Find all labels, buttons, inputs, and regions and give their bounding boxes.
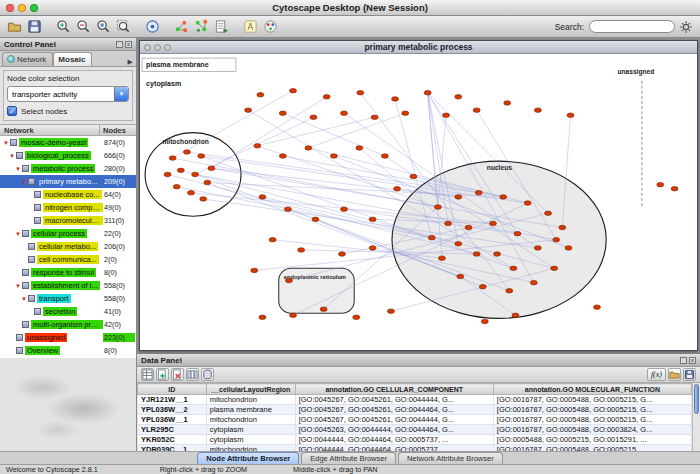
col-header-id[interactable]: ID bbox=[138, 384, 207, 395]
graph-node[interactable] bbox=[257, 93, 264, 97]
graph-node[interactable] bbox=[341, 207, 348, 211]
tree-row[interactable]: ▼biological_process666(0) bbox=[0, 149, 136, 162]
graph-node[interactable] bbox=[371, 115, 378, 119]
trash-icon[interactable] bbox=[201, 368, 214, 381]
graph-node[interactable] bbox=[177, 168, 184, 172]
table-cell[interactable]: [GO:0044444, GO:0044464, GO:0005737, ... bbox=[295, 435, 493, 445]
graph-node[interactable] bbox=[357, 91, 364, 95]
graph-node[interactable] bbox=[183, 150, 190, 154]
graph-node[interactable] bbox=[473, 108, 480, 112]
float-panel-icon[interactable] bbox=[116, 41, 123, 48]
graph-node[interactable] bbox=[290, 313, 297, 317]
tab-mosaic[interactable]: Mosaic bbox=[53, 52, 92, 66]
table-scrollbar[interactable] bbox=[692, 383, 700, 451]
expand-triangle-icon[interactable]: ▼ bbox=[14, 166, 22, 172]
graph-node[interactable] bbox=[369, 246, 376, 250]
col-header-cellular-component[interactable]: annotation.GO CELLULAR_COMPONENT bbox=[295, 384, 493, 395]
zoom-selected-icon[interactable] bbox=[94, 18, 112, 36]
table-scrollbar-thumb[interactable] bbox=[694, 384, 699, 414]
network-canvas[interactable]: plasma membrane cytoplasm mitochondrion … bbox=[140, 54, 697, 350]
tree-row[interactable]: Overview8(0) bbox=[0, 344, 136, 357]
graph-node[interactable] bbox=[510, 266, 517, 270]
tree-row[interactable]: ▼transport558(0) bbox=[0, 292, 136, 305]
annotation-icon[interactable]: A bbox=[241, 18, 259, 36]
graph-node[interactable] bbox=[553, 238, 560, 242]
graph-node[interactable] bbox=[457, 274, 464, 278]
graph-node[interactable] bbox=[312, 217, 319, 221]
graph-node[interactable] bbox=[192, 172, 199, 176]
graph-node[interactable] bbox=[455, 195, 462, 199]
table-cell[interactable]: [GO:0045267, GO:0045261, GO:0044464, G..… bbox=[295, 405, 493, 415]
zoom-out-icon[interactable] bbox=[74, 18, 92, 36]
table-cell[interactable]: mitochondrion bbox=[206, 415, 295, 425]
graph-node[interactable] bbox=[164, 172, 171, 176]
graph-node[interactable] bbox=[534, 246, 541, 250]
table-cell[interactable]: [GO:0016787, GO:0005488, GO:0005215, G..… bbox=[493, 415, 691, 425]
table-cell[interactable]: YPL036W__2 bbox=[138, 405, 207, 415]
table-cell[interactable]: [GO:0045267, GO:0045261, GO:0044444, G..… bbox=[295, 395, 493, 405]
graph-edge[interactable] bbox=[211, 97, 326, 168]
search-input[interactable] bbox=[589, 20, 675, 33]
export-attributes-icon[interactable] bbox=[683, 368, 696, 381]
new-network-icon[interactable] bbox=[172, 18, 190, 36]
graph-node[interactable] bbox=[428, 235, 435, 239]
graph-node[interactable] bbox=[381, 154, 388, 158]
tab-network-attribute-browser[interactable]: Network Attribute Browser bbox=[398, 452, 503, 464]
graph-node[interactable] bbox=[279, 111, 286, 115]
graph-node[interactable] bbox=[465, 225, 472, 229]
graph-node[interactable] bbox=[188, 191, 195, 195]
graph-node[interactable] bbox=[298, 248, 305, 252]
table-cell[interactable]: YKR052C bbox=[138, 435, 207, 445]
expand-triangle-icon[interactable]: ▼ bbox=[14, 283, 22, 289]
graph-node[interactable] bbox=[259, 315, 266, 319]
table-row[interactable]: YJR121W__1mitochondrion[GO:0045267, GO:0… bbox=[138, 395, 692, 405]
graph-node[interactable] bbox=[479, 284, 486, 288]
graph-node[interactable] bbox=[443, 113, 450, 117]
table-cell[interactable]: [GO:0045267, GO:0045261, GO:0044444, G..… bbox=[295, 415, 493, 425]
graph-node[interactable] bbox=[245, 108, 252, 112]
graph-node[interactable] bbox=[387, 309, 394, 313]
tree-row[interactable]: nitrogen compo...49(0) bbox=[0, 201, 136, 214]
graph-node[interactable] bbox=[208, 166, 215, 170]
graph-node[interactable] bbox=[341, 111, 348, 115]
table-cell[interactable]: cytoplasm bbox=[206, 425, 295, 435]
table-cell[interactable]: YDR039C__1 bbox=[138, 445, 207, 452]
col-header-region[interactable]: __cellularLayoutRegion bbox=[206, 384, 295, 395]
table-row[interactable]: YDR039C__1mitochondrion[GO:0044444, GO:0… bbox=[138, 445, 692, 452]
table-cell[interactable]: plasma membrane bbox=[206, 405, 295, 415]
graph-node[interactable] bbox=[339, 252, 346, 256]
graph-node[interactable] bbox=[259, 195, 266, 199]
graph-edge[interactable] bbox=[257, 117, 374, 146]
graph-node[interactable] bbox=[204, 180, 211, 184]
tree-row[interactable]: ▼mosaic-demo-yeast874(0) bbox=[0, 136, 136, 149]
import-table-icon[interactable] bbox=[192, 18, 210, 36]
tree-row[interactable]: ▼primary metabo...209(0) bbox=[0, 175, 136, 188]
tree-row[interactable]: macromolecule...311(0) bbox=[0, 214, 136, 227]
table-cell[interactable]: [GO:0016787, GO:0005488, GO:0005215, G..… bbox=[493, 395, 691, 405]
import-attributes-icon[interactable] bbox=[212, 18, 230, 36]
graph-node[interactable] bbox=[356, 146, 363, 150]
graph-node[interactable] bbox=[434, 205, 441, 209]
graph-node[interactable] bbox=[305, 146, 312, 150]
delete-attribute-icon[interactable] bbox=[171, 368, 184, 381]
graph-node[interactable] bbox=[410, 174, 417, 178]
tree-col-network[interactable]: Network bbox=[0, 125, 100, 135]
tree-row[interactable]: ▼metabolic process280(0) bbox=[0, 162, 136, 175]
graph-node[interactable] bbox=[671, 186, 678, 190]
tab-node-attribute-browser[interactable]: Node Attribute Browser bbox=[197, 452, 299, 464]
graph-node[interactable] bbox=[323, 95, 330, 99]
graph-edge[interactable] bbox=[173, 91, 293, 158]
table-cell[interactable]: cytoplasm bbox=[206, 435, 295, 445]
graph-node[interactable] bbox=[394, 186, 401, 190]
graph-node[interactable] bbox=[254, 144, 261, 148]
close-panel-icon[interactable]: x bbox=[125, 41, 132, 48]
tab-edge-attribute-browser[interactable]: Edge Attribute Browser bbox=[301, 452, 396, 464]
graph-node[interactable] bbox=[565, 246, 572, 250]
inner-minimize-button[interactable] bbox=[154, 44, 161, 51]
search-config-icon[interactable] bbox=[677, 18, 695, 36]
graph-node[interactable] bbox=[559, 225, 566, 229]
table-row[interactable]: YKR052Ccytoplasm[GO:0044444, GO:0044464,… bbox=[138, 435, 692, 445]
table-row[interactable]: YPL036W__1mitochondrion[GO:0045267, GO:0… bbox=[138, 415, 692, 425]
graph-node[interactable] bbox=[657, 182, 664, 186]
graph-node[interactable] bbox=[290, 88, 297, 92]
